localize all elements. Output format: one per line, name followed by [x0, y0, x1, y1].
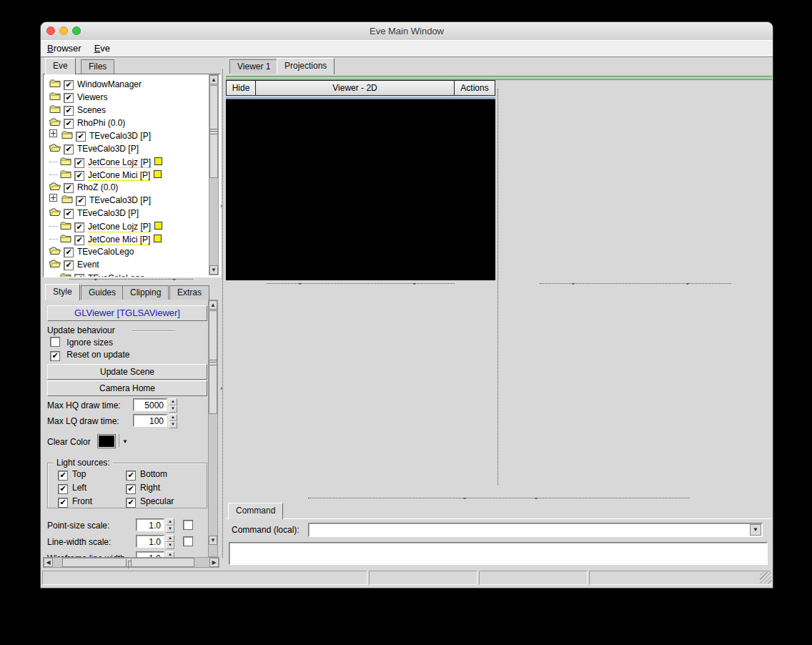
tree-item-checkbox[interactable] [64, 183, 74, 193]
command-history-dropdown-icon[interactable]: ▼ [750, 524, 761, 536]
tree-item-label[interactable]: Event [77, 260, 99, 270]
point-size-scale-input[interactable]: 1.0 [136, 518, 164, 531]
tree-item-checkbox[interactable] [64, 106, 74, 116]
jet-color-badge[interactable] [154, 157, 162, 165]
tree-item-label[interactable]: TEveCaloLego [77, 247, 134, 257]
tree-style-splitter[interactable]: ⌄⌄ [43, 276, 219, 282]
style-scrollbar[interactable]: ▲ ▼ [208, 300, 218, 557]
line-width-scale-auto-checkbox[interactable] [183, 536, 193, 546]
tree-item-checkbox[interactable] [64, 247, 74, 257]
tree-item[interactable]: WindowManager [49, 77, 142, 90]
tree-item[interactable]: JetCone Mici [P] [49, 167, 162, 180]
tree-item-checkbox[interactable] [64, 209, 74, 219]
viewport-rhophi[interactable] [226, 99, 495, 280]
tree-item-label[interactable]: Scenes [77, 105, 106, 115]
tree-item-label[interactable]: JetCone Lojz [P] [88, 157, 151, 168]
tab-command[interactable]: Command [228, 503, 283, 519]
command-splitter[interactable]: ⌄⌄ [226, 495, 772, 501]
command-input[interactable] [308, 523, 763, 537]
viewer-row-splitter[interactable]: ⌄⌄ [499, 280, 772, 287]
wireframe-line-width-input[interactable]: 1.0 [136, 551, 164, 557]
tree-item[interactable]: Event [49, 257, 99, 270]
tree-item[interactable]: JetCone Mici [P] [49, 232, 162, 245]
scroll-down-icon[interactable]: ▼ [209, 265, 218, 275]
max-lq-stepper[interactable]: ▲▼ [169, 414, 177, 427]
clear-color-swatch[interactable] [97, 434, 116, 448]
light-left-checkbox[interactable] [58, 484, 68, 494]
scroll-right-icon[interactable]: ▶ [209, 558, 219, 567]
ignore-sizes-checkbox[interactable] [50, 337, 60, 347]
tab-clipping[interactable]: Clipping [122, 285, 169, 300]
wireframe-line-width-stepper[interactable]: ▲▼ [166, 551, 174, 557]
jet-color-badge[interactable] [154, 170, 162, 178]
light-bottom-checkbox[interactable] [126, 471, 136, 481]
tree-item-checkbox[interactable] [64, 93, 74, 103]
tree-item-label[interactable]: RhoZ (0.0) [77, 182, 118, 192]
tree-item-checkbox[interactable] [74, 222, 84, 232]
tree-item[interactable]: JetCone Lojz [P] [49, 154, 162, 167]
tree-item-checkbox[interactable] [76, 196, 86, 206]
tree-item-checkbox[interactable] [64, 144, 74, 154]
tab-files[interactable]: Files [81, 59, 114, 74]
tree-item-label[interactable]: JetCone Lojz [P] [88, 222, 151, 232]
tree-item-checkbox[interactable] [74, 171, 84, 181]
tab-eve[interactable]: Eve [45, 58, 76, 74]
resize-grip-icon[interactable] [760, 572, 771, 584]
clear-color-dropdown-icon[interactable]: ▼ [122, 438, 128, 445]
max-hq-input[interactable]: 5000 [133, 398, 167, 411]
tree-item[interactable]: Scenes [49, 103, 106, 116]
jet-color-badge[interactable] [154, 222, 162, 230]
menu-item-eve[interactable]: Eve [88, 40, 117, 54]
tree-item[interactable]: RhoPhi (0.0) [49, 116, 125, 129]
tree-item-checkbox[interactable] [76, 132, 86, 142]
tree-item-label[interactable]: TEveCalo3D [P] [89, 131, 151, 141]
line-width-scale-input[interactable]: 1.0 [136, 535, 164, 548]
glviewer-button[interactable]: GLViewer [TGLSAViewer] [47, 305, 207, 321]
tree-item-label[interactable]: TEveCalo3D [P] [77, 144, 139, 154]
sidebar-hscrollbar[interactable]: ◀ ▶ [43, 557, 219, 568]
scroll-left-icon[interactable]: ◀ [44, 558, 53, 567]
sidebar-hscrollbar-thumb[interactable] [62, 558, 194, 567]
expand-icon[interactable] [49, 194, 57, 202]
tree-item[interactable]: TEveCalo3D [P] [49, 206, 139, 219]
tree-item-label[interactable]: RhoPhi (0.0) [77, 118, 125, 128]
tree-item[interactable]: TEveCalo3D [P] [49, 193, 151, 206]
point-size-scale-stepper[interactable]: ▲▼ [166, 518, 174, 531]
tree-item-checkbox[interactable] [64, 260, 74, 270]
update-scene-button[interactable]: Update Scene [47, 364, 207, 380]
light-specular-checkbox[interactable] [126, 498, 136, 508]
tree-scrollbar[interactable]: ▲ ▼ [209, 74, 219, 275]
tree-item[interactable]: TEveCalo3D [P] [49, 129, 151, 142]
tree-item[interactable]: Viewers [49, 90, 107, 103]
tree-item[interactable]: RhoZ (0.0) [49, 180, 118, 193]
tree-item-checkbox[interactable] [74, 158, 84, 168]
tab-style[interactable]: Style [45, 284, 80, 300]
max-lq-input[interactable]: 100 [133, 414, 167, 427]
max-hq-stepper[interactable]: ▲▼ [169, 398, 177, 411]
scroll-up-icon[interactable]: ▲ [209, 300, 217, 310]
jet-color-badge[interactable] [154, 235, 162, 242]
camera-home-button[interactable]: Camera Home [47, 380, 207, 396]
reset-on-update-checkbox[interactable] [50, 351, 60, 361]
tab-projections[interactable]: Projections [277, 58, 335, 74]
tree-item-checkbox[interactable] [74, 235, 84, 245]
viewer-row-splitter[interactable]: ⌄⌄ [226, 280, 495, 287]
tree-scrollbar-thumb[interactable] [209, 85, 218, 178]
tree-item-label[interactable]: Viewers [77, 92, 107, 102]
tab-guides[interactable]: Guides [81, 285, 124, 300]
light-right-checkbox[interactable] [126, 484, 136, 494]
command-output[interactable] [229, 542, 768, 565]
hide-button[interactable]: Hide [227, 81, 256, 95]
viewer-col-splitter[interactable] [495, 80, 500, 493]
tree-item-checkbox[interactable] [64, 80, 74, 90]
tree-item[interactable]: JetCone Lojz [P] [49, 219, 162, 232]
style-scrollbar-thumb[interactable] [209, 310, 217, 414]
tree-item[interactable]: TEveCalo3D [P] [49, 142, 139, 154]
tree-item-label[interactable]: JetCone Mici [P] [88, 235, 150, 245]
light-front-checkbox[interactable] [58, 498, 68, 508]
tree-item-label[interactable]: WindowManager [77, 79, 142, 89]
actions-button[interactable]: Actions [454, 81, 495, 95]
tree-item-checkbox[interactable] [64, 119, 74, 129]
scroll-up-icon[interactable]: ▲ [209, 75, 218, 84]
line-width-scale-stepper[interactable]: ▲▼ [166, 535, 174, 548]
